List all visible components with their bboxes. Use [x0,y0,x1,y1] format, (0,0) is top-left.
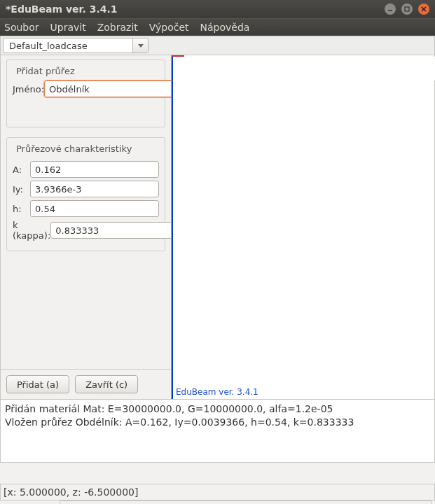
titlebar: *EduBeam ver. 3.4.1 [0,0,435,18]
workarea: Přidat průřez Jméno: Průřezové charakter… [0,55,435,400]
menu-upravit[interactable]: Upravit [50,22,86,33]
close-button[interactable] [418,4,429,15]
group-characteristics-title: Průřezové charakteristiky [14,144,134,154]
a-label: A: [13,164,30,175]
minimize-button[interactable] [385,4,396,15]
group-characteristics: Průřezové charakteristiky A: Iy: h: k (k… [6,137,165,251]
panel-inner: Přidat průřez Jméno: Průřezové charakter… [1,55,171,370]
chevron-down-icon [138,44,144,48]
name-label: Jméno: [13,84,44,94]
iy-input[interactable] [30,181,159,197]
log-line-1: Přidán materiál Mat: E=30000000.0, G=100… [5,402,430,416]
statusbar-resize [60,500,431,504]
group-add-profile-title: Přidat průřez [14,66,77,76]
menu-vypocet[interactable]: Výpočet [149,22,189,33]
log-panel: Přidán materiál Mat: E=30000000.0, G=100… [0,400,435,463]
loadcase-combo-text: Default_loadcase [4,41,132,51]
drawing-canvas[interactable]: EduBeam ver. 3.4.1 [172,55,434,399]
svg-rect-1 [405,7,409,11]
add-button[interactable]: Přidat (a) [6,375,69,393]
k-label: k (kappa): [13,220,50,241]
name-input[interactable] [44,80,171,97]
window-title: *EduBeam ver. 3.4.1 [6,4,385,15]
canvas-cover [173,57,435,80]
status-coords: [x: 5.000000, z: -6.500000] [4,486,138,498]
left-panel: Přidat průřez Jméno: Průřezové charakter… [1,55,172,399]
loadcase-combo-button[interactable] [132,38,148,52]
a-input[interactable] [30,161,159,178]
canvas-brand-label: EduBeam ver. 3.4.1 [176,387,258,397]
iy-label: Iy: [13,184,30,195]
h-input[interactable] [30,200,159,217]
menu-napoveda[interactable]: Nápověda [200,22,250,33]
menubar: Soubor Upravit Zobrazit Výpočet Nápověda [0,18,435,36]
h-label: h: [13,204,30,214]
log-line-2: Vložen průřez Obdélník: A=0.162, Iy=0.00… [5,416,430,429]
menu-soubor[interactable]: Soubor [4,22,39,33]
menu-zobrazit[interactable]: Zobrazit [97,22,138,33]
loadcase-combo[interactable]: Default_loadcase [3,38,149,53]
group-add-profile: Přidat průřez Jméno: [6,59,165,127]
k-input[interactable] [50,222,171,239]
window-controls [385,4,429,15]
panel-buttons: Přidat (a) Zavřít (c) [1,370,171,399]
toolbar: Default_loadcase [0,36,435,55]
close-panel-button[interactable]: Zavřít (c) [75,375,138,393]
statusbar: [x: 5.000000, z: -6.500000] [0,484,435,500]
maximize-button[interactable] [401,4,413,15]
